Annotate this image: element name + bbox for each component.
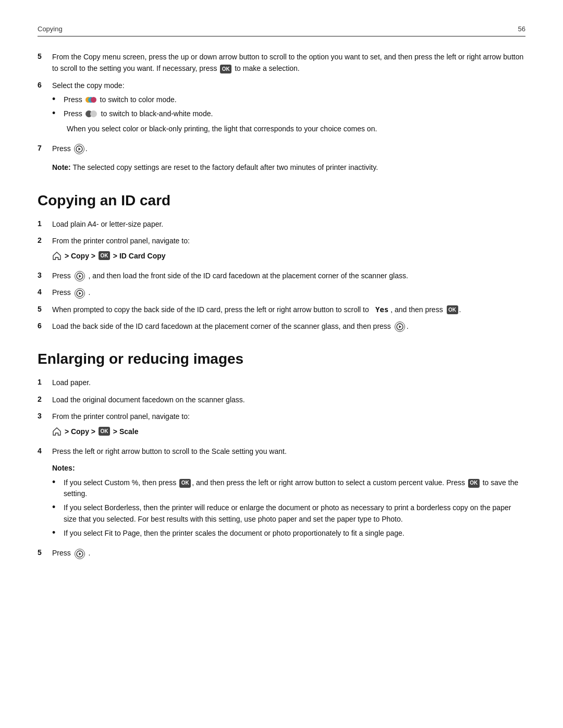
section1-heading: Copying an ID card <box>38 192 525 209</box>
s1-content-4: Press . <box>52 287 525 298</box>
s1-item-3: 3 Press , and then load the front side o… <box>38 270 525 281</box>
intro-content-7: Press . <box>52 143 525 154</box>
s2-item-3: 3 From the printer control panel, naviga… <box>38 411 525 440</box>
color-mode-list: • Press to switch to color mode. <box>52 94 525 119</box>
nav-line-2: > Copy > OK > Scale <box>52 426 525 437</box>
nav-line-1: > Copy > OK > ID Card Copy <box>52 250 525 262</box>
start-icon-3 <box>75 271 85 281</box>
home-icon-1 <box>52 251 62 261</box>
nav-arrow-2: > Copy > <box>63 426 97 437</box>
color-mode-icon <box>85 96 97 104</box>
header-title: Copying <box>38 25 63 33</box>
note-item-3: • If you select Fit to Page, then the pr… <box>52 528 525 539</box>
s1-content-6: Load the back side of the ID card facedo… <box>52 320 525 332</box>
start-icon-4 <box>75 288 85 299</box>
s2-item-2: 2 Load the original document facedown on… <box>38 394 525 405</box>
s1-num-4: 4 <box>38 287 52 298</box>
when-select-note: When you select color or black-only prin… <box>67 123 525 134</box>
intro-item-5: 5 From the Copy menu screen, press the u… <box>38 51 525 75</box>
s1-content-5: When prompted to copy the back side of t… <box>52 304 525 315</box>
s1-num-2: 2 <box>38 235 52 246</box>
note-bullet-2: • <box>52 502 64 513</box>
bullet-dot-1: • <box>52 94 64 105</box>
intro-list: 5 From the Copy menu screen, press the u… <box>38 51 525 154</box>
nav-idcard: > ID Card Copy <box>111 250 166 262</box>
s1-item-1: 1 Load plain A4- or letter-size paper. <box>38 218 525 230</box>
s1-num-5: 5 <box>38 304 52 315</box>
nav-arrow-1: > Copy > <box>63 250 97 262</box>
intro-num-7: 7 <box>38 143 52 154</box>
section2-heading: Enlarging or reducing images <box>38 351 525 367</box>
bw-circles <box>85 110 98 118</box>
intro-content-6: Select the copy mode: • Press <box>52 80 525 138</box>
ok-icon-note1a: OK <box>179 479 191 488</box>
svg-marker-9 <box>79 552 81 556</box>
s1-num-3: 3 <box>38 270 52 281</box>
start-icon-6 <box>395 322 405 332</box>
svg-marker-5 <box>79 292 81 295</box>
s2-num-5: 5 <box>38 547 52 559</box>
intro-item-7: 7 Press . <box>38 143 525 154</box>
color-text: Press to switch to color mode. <box>64 94 177 106</box>
note-bullet-1: • <box>52 477 64 488</box>
circle-magenta <box>91 97 96 103</box>
s1-num-6: 6 <box>38 320 52 332</box>
s2-num-3: 3 <box>38 411 52 422</box>
color-bullet-item: • Press to switch to color mode. <box>52 94 525 106</box>
start-icon-7 <box>74 144 84 154</box>
ok-icon-s1-5: OK <box>447 305 458 314</box>
circle-light <box>90 110 97 117</box>
note-text-3: If you select Fit to Page, then the prin… <box>64 528 405 539</box>
note-item-1: • If you select Custom %, then press OK,… <box>52 477 525 500</box>
s1-num-1: 1 <box>38 218 52 230</box>
section1-list: 1 Load plain A4- or letter-size paper. 2… <box>38 218 525 332</box>
svg-marker-7 <box>399 325 401 328</box>
s2-content-3: From the printer control panel, navigate… <box>52 411 525 440</box>
s2-content-5: Press . <box>52 547 525 559</box>
s2-content-2: Load the original document facedown on t… <box>52 394 525 405</box>
s1-content-1: Load plain A4- or letter-size paper. <box>52 218 525 230</box>
s2-item-5: 5 Press . <box>38 547 525 559</box>
ok-icon-1: OK <box>220 65 231 73</box>
s1-content-3: Press , and then load the front side of … <box>52 270 525 281</box>
intro-content-5: From the Copy menu screen, press the up … <box>52 51 525 75</box>
ok-icon-note1b: OK <box>468 479 480 488</box>
page: Copying 56 5 From the Copy menu screen, … <box>0 0 563 728</box>
intro-num-6: 6 <box>38 80 52 91</box>
notes-label: Notes: <box>52 462 525 474</box>
color-circles <box>85 96 97 104</box>
intro-num-5: 5 <box>38 51 52 63</box>
s2-item-4: 4 Press the left or right arrow button t… <box>38 446 525 542</box>
home-icon-2 <box>52 427 62 436</box>
page-header: Copying 56 <box>38 25 525 36</box>
ok-icon-nav1: OK <box>99 251 110 260</box>
bw-mode-icon <box>85 110 98 118</box>
s1-item-4: 4 Press . <box>38 287 525 298</box>
svg-marker-3 <box>79 275 81 278</box>
note-text-2: If you select Borderless, then the print… <box>64 502 525 525</box>
notes-list: • If you select Custom %, then press OK,… <box>52 477 525 539</box>
s2-content-1: Load paper. <box>52 377 525 388</box>
header-page-number: 56 <box>518 25 525 33</box>
intro-note: Note: The selected copy settings are res… <box>52 162 525 173</box>
s1-item-6: 6 Load the back side of the ID card face… <box>38 320 525 332</box>
s1-content-2: From the printer control panel, navigate… <box>52 235 525 265</box>
bw-text: Press to switch to black-and-white mode. <box>64 108 213 120</box>
s2-item-1: 1 Load paper. <box>38 377 525 388</box>
start-icon-s2-5 <box>75 549 85 559</box>
ok-icon-nav2: OK <box>99 427 110 436</box>
s1-item-2: 2 From the printer control panel, naviga… <box>38 235 525 265</box>
bullet-dot-2: • <box>52 108 64 119</box>
s2-num-1: 1 <box>38 377 52 388</box>
s2-num-2: 2 <box>38 394 52 405</box>
s2-num-4: 4 <box>38 446 52 457</box>
nav-scale: > Scale <box>111 426 139 437</box>
note-item-2: • If you select Borderless, then the pri… <box>52 502 525 525</box>
intro-item-6: 6 Select the copy mode: • Press <box>38 80 525 138</box>
bw-bullet-item: • Press to switch to black-and-white mod… <box>52 108 525 120</box>
svg-marker-1 <box>78 147 81 151</box>
s1-item-5: 5 When prompted to copy the back side of… <box>38 304 525 315</box>
note-text-1: If you select Custom %, then press OK, a… <box>64 477 525 500</box>
s2-content-4: Press the left or right arrow button to … <box>52 446 525 542</box>
section2-list: 1 Load paper. 2 Load the original docume… <box>38 377 525 559</box>
